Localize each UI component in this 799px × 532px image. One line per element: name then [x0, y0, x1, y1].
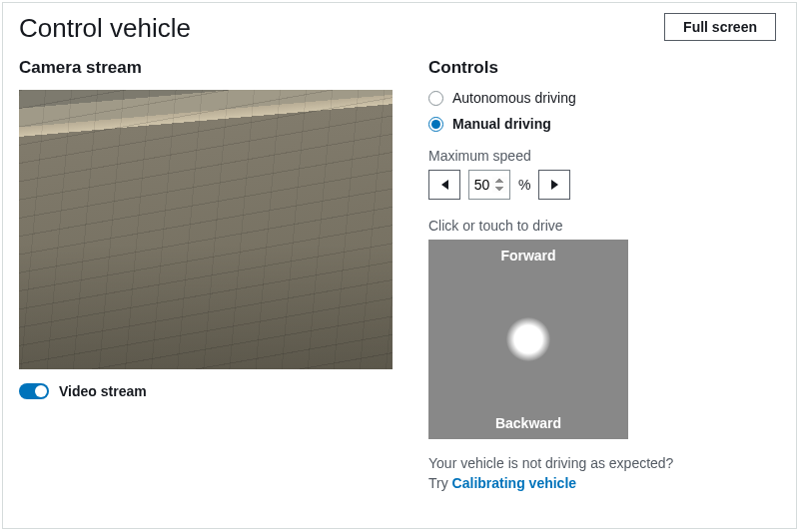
drive-pad-hint: Click or touch to drive [428, 218, 780, 234]
full-screen-button[interactable]: Full screen [664, 13, 776, 41]
manual-driving-radio[interactable]: Manual driving [428, 116, 780, 132]
triangle-left-icon [441, 180, 448, 190]
speed-decrease-button[interactable] [428, 170, 460, 200]
calibrating-vehicle-link[interactable]: Calibrating vehicle [452, 475, 576, 491]
drive-pad-cursor-icon [506, 317, 550, 361]
controls-section: Controls Autonomous driving Manual drivi… [428, 58, 780, 491]
video-stream-toggle-label: Video stream [59, 383, 147, 399]
radio-on-icon [428, 117, 443, 132]
camera-stream-section: Camera stream Video stream [19, 58, 393, 491]
drive-pad-backward-label: Backward [428, 415, 628, 431]
drive-pad-forward-label: Forward [428, 248, 628, 264]
manual-driving-label: Manual driving [452, 116, 551, 132]
drive-touchpad[interactable]: Forward Backward [428, 240, 628, 439]
speed-input[interactable] [468, 170, 510, 200]
camera-stream-title: Camera stream [19, 58, 393, 78]
controls-title: Controls [428, 58, 780, 78]
radio-off-icon [428, 91, 443, 106]
video-stream-toggle[interactable] [19, 383, 49, 399]
content-row: Camera stream Video stream Controls Auto… [3, 48, 796, 503]
control-vehicle-panel: Control vehicle Full screen Camera strea… [2, 2, 797, 529]
panel-header: Control vehicle Full screen [3, 3, 796, 48]
video-stream-toggle-row: Video stream [19, 383, 393, 399]
calibration-help-row: Try Calibrating vehicle [428, 475, 780, 491]
speed-increase-button[interactable] [538, 170, 570, 200]
driving-mode-group: Autonomous driving Manual driving [428, 90, 780, 132]
autonomous-driving-label: Autonomous driving [452, 90, 576, 106]
maximum-speed-control: % [428, 170, 780, 200]
maximum-speed-label: Maximum speed [428, 148, 780, 164]
page-title: Control vehicle [19, 13, 191, 44]
speed-unit: % [518, 177, 530, 193]
camera-stream-view [19, 90, 393, 369]
triangle-right-icon [551, 180, 558, 190]
autonomous-driving-radio[interactable]: Autonomous driving [428, 90, 780, 106]
calibration-try-prefix: Try [428, 475, 452, 491]
calibration-help-question: Your vehicle is not driving as expected? [428, 455, 780, 471]
